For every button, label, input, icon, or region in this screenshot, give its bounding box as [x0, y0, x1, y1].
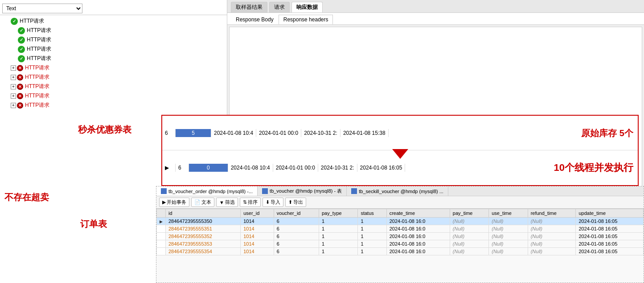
table-icon	[161, 188, 167, 194]
col-refund-time[interactable]: refund_time	[528, 209, 576, 218]
import-icon: ⬇	[266, 199, 270, 205]
expand-icon	[4, 18, 10, 24]
cell-pay-type: 1	[319, 240, 357, 248]
col-create-time[interactable]: create_time	[386, 209, 450, 218]
expand-icon	[11, 56, 17, 62]
btn-sort-label: 排序	[248, 199, 258, 206]
db-cell-date1d: 2024-01-08 15:38	[340, 129, 389, 137]
filter-icon: ▼	[219, 200, 224, 205]
cell-status: 1	[358, 218, 386, 225]
cell-create-time: 2024-01-08 16:0	[386, 225, 450, 233]
cell-id: 2846472395555354	[166, 248, 241, 255]
tree-item[interactable]: + ✕ HTTP请求	[0, 101, 227, 110]
cell-refund-time: (Null)	[528, 240, 576, 248]
table-row[interactable]: 2846472395555353 1014 6 1 1 2024-01-08 1…	[157, 240, 644, 248]
btn-export[interactable]: ⬆ 导出	[285, 198, 306, 207]
table-row[interactable]: 2846472395555350 1014 6 1 1 2024-01-08 1…	[157, 218, 644, 225]
expand-plus-icon[interactable]: +	[11, 93, 16, 99]
tree-item-label-red: HTTP请求	[25, 64, 49, 72]
table-icon	[262, 188, 268, 194]
cell-voucher-id: 6	[274, 240, 319, 248]
tab-response-headers[interactable]: Response headers	[279, 15, 333, 24]
tree-item[interactable]: + ✕ HTTP请求	[0, 63, 227, 73]
col-pay-time[interactable]: pay_time	[450, 209, 488, 218]
cell-status: 1	[358, 233, 386, 240]
db-cell-date2d: 2024-01-08 16:05	[357, 164, 406, 172]
status-red-icon: ✕	[17, 84, 23, 90]
cell-update-time: 2024-01-08 16:05	[576, 233, 644, 240]
btn-filter[interactable]: ▼ 筛选	[216, 198, 238, 207]
db-cell-date1c: 2024-10-31 2:	[301, 129, 340, 137]
tree-item[interactable]: ✓ HTTP请求	[0, 16, 227, 26]
col-id[interactable]: id	[166, 209, 241, 218]
expand-plus-icon[interactable]: +	[11, 75, 16, 80]
db-annotation-row2: 10个线程并发执行	[554, 161, 633, 174]
expand-plus-icon[interactable]: +	[11, 65, 16, 71]
table-row[interactable]: 2846472395555352 1014 6 1 1 2024-01-08 1…	[157, 233, 644, 240]
db-tab-seckill[interactable]: tb_seckill_voucher @hmdp (mysql8) ...	[347, 186, 448, 196]
db-tab-voucher-label: tb_voucher @hmdp (mysql8) - 表	[270, 188, 342, 194]
col-voucher-id[interactable]: voucher_id	[274, 209, 319, 218]
tree-item[interactable]: ✓ HTTP请求	[0, 54, 227, 63]
col-user-id[interactable]: user_id	[241, 209, 274, 218]
db-cell-id2: 6	[176, 164, 189, 172]
expand-plus-icon[interactable]: +	[11, 103, 16, 108]
db-table-panel: tb_voucher_order @hmdp (mysql8) -... tb_…	[156, 186, 644, 283]
tab-request[interactable]: 请求	[269, 2, 290, 12]
tab-response-body[interactable]: Response Body	[231, 15, 279, 24]
tree-item-label: HTTP请求	[27, 45, 51, 53]
col-use-time[interactable]: use_time	[489, 209, 528, 218]
expand-icon	[11, 46, 17, 53]
db-tab-order[interactable]: tb_voucher_order @hmdp (mysql8) -...	[156, 186, 258, 196]
expand-plus-icon[interactable]: +	[11, 84, 16, 89]
cell-voucher-id: 6	[274, 225, 319, 233]
btn-sort[interactable]: ⇅ 排序	[240, 198, 261, 207]
col-status[interactable]: status	[358, 209, 386, 218]
table-row[interactable]: 2846472395555354 1014 6 1 1 2024-01-08 1…	[157, 248, 644, 255]
cell-pay-type: 1	[319, 248, 357, 255]
cell-id: 2846472395555352	[166, 233, 241, 240]
cell-pay-type: 1	[319, 233, 357, 240]
cell-use-time: (Null)	[489, 248, 528, 255]
text-dropdown[interactable]: Text	[2, 4, 82, 13]
btn-text[interactable]: 📄 文本	[191, 198, 214, 207]
status-red-icon: ✕	[17, 93, 23, 99]
col-pay-type[interactable]: pay_type	[319, 209, 357, 218]
table-scroll[interactable]: id user_id voucher_id pay_type status cr…	[156, 209, 644, 283]
order-table-label: 订单表	[80, 218, 107, 230]
cell-status: 1	[358, 225, 386, 233]
tree-item[interactable]: + ✕ HTTP请求	[0, 82, 227, 91]
btn-begin-transaction[interactable]: ▶ 开始事务	[159, 198, 189, 207]
cell-pay-time: (Null)	[450, 218, 488, 225]
cell-update-time: 2024-01-08 16:05	[576, 225, 644, 233]
tree-item[interactable]: ✓ HTTP请求	[0, 26, 227, 35]
cell-pay-time: (Null)	[450, 225, 488, 233]
btn-export-label: 导出	[293, 199, 303, 206]
cell-voucher-id: 6	[274, 248, 319, 255]
tree-item[interactable]: ✓ HTTP请求	[0, 44, 227, 54]
table-icon	[351, 188, 357, 194]
tree-item[interactable]: + ✕ HTTP请求	[0, 91, 227, 101]
transaction-icon: ▶	[162, 199, 166, 205]
top-tabs: 取样器结果 请求 响应数据	[227, 0, 644, 13]
db-cell-date1a: 2024-01-08 10:4	[211, 129, 256, 137]
tree-header: Text	[0, 2, 227, 15]
row-indicator	[157, 218, 166, 225]
table-row[interactable]: 2846472395555351 1014 6 1 1 2024-01-08 1…	[157, 225, 644, 233]
cell-use-time: (Null)	[489, 225, 528, 233]
arrow-down-indicator	[392, 146, 408, 155]
tree-item-label: HTTP请求	[27, 36, 51, 44]
tree-item[interactable]: + ✕ HTTP请求	[0, 73, 227, 82]
cell-pay-time: (Null)	[450, 233, 488, 240]
cell-status: 1	[358, 248, 386, 255]
tab-sample-result[interactable]: 取样器结果	[231, 2, 267, 12]
col-update-time[interactable]: update_time	[576, 209, 644, 218]
response-tabs: Response Body Response headers	[227, 13, 644, 25]
btn-import[interactable]: ⬇ 导入	[263, 198, 283, 207]
tab-response-data[interactable]: 响应数据	[291, 2, 323, 12]
status-red-icon: ✕	[17, 102, 23, 109]
tree-item[interactable]: ✓ HTTP请求	[0, 35, 227, 44]
cell-voucher-id: 6	[274, 218, 319, 225]
db-tab-voucher[interactable]: tb_voucher @hmdp (mysql8) - 表	[258, 186, 347, 196]
db-tab-seckill-label: tb_seckill_voucher @hmdp (mysql8) ...	[359, 189, 443, 194]
